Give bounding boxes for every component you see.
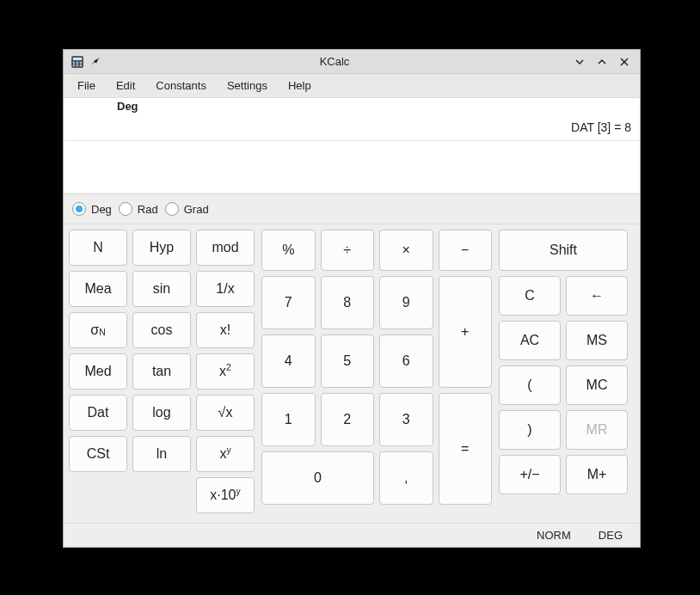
radio-deg[interactable]: Deg (72, 202, 112, 216)
sigma-button[interactable]: σN (69, 312, 127, 348)
digit-8-button[interactable]: 8 (321, 276, 375, 329)
app-window: KCalc File Edit Constants Settings Help … (64, 50, 640, 547)
n-button[interactable]: N (69, 230, 127, 266)
memory-pad: Shift C ← AC MS ( MC ) MR +/− M+ (499, 230, 628, 518)
numeric-pad: % ÷ × − 7 8 9 + 4 5 6 1 2 3 = 0 , (261, 230, 492, 518)
reciprocal-button[interactable]: 1/x (196, 271, 255, 307)
close-button[interactable] (616, 53, 633, 71)
radio-grad[interactable]: Grad (165, 202, 209, 216)
keypad: N Hyp mod Mea sin 1/x σN cos x! Med tan … (64, 224, 640, 523)
ln-button[interactable]: ln (132, 436, 191, 472)
left-paren-button[interactable]: ( (499, 365, 561, 405)
display-result: DAT [3] = 8 (64, 115, 640, 141)
equals-button[interactable]: = (439, 393, 493, 505)
digit-0-button[interactable]: 0 (261, 451, 374, 505)
status-deg: DEG (599, 529, 623, 542)
svg-rect-1 (73, 58, 82, 60)
digit-3-button[interactable]: 3 (379, 393, 433, 446)
radio-rad-label: Rad (138, 203, 158, 216)
shift-button[interactable]: Shift (499, 230, 628, 271)
pin-icon[interactable] (89, 55, 103, 69)
memory-plus-button[interactable]: M+ (566, 455, 628, 494)
square-button[interactable]: x2 (196, 353, 255, 390)
cos-button[interactable]: cos (132, 312, 191, 348)
subtract-button[interactable]: − (439, 230, 493, 271)
sqrt-button[interactable]: √x (196, 395, 255, 431)
factorial-button[interactable]: x! (196, 312, 255, 348)
svg-rect-6 (77, 64, 78, 66)
power-button[interactable]: xy (196, 436, 255, 472)
display: Deg DAT [3] = 8 (64, 98, 640, 193)
all-clear-button[interactable]: AC (499, 321, 561, 360)
angle-mode-row: Deg Rad Grad (64, 193, 640, 224)
negate-button[interactable]: +/− (499, 455, 561, 494)
cst-button[interactable]: CSt (69, 436, 127, 472)
decimal-button[interactable]: , (379, 451, 433, 505)
hyp-button[interactable]: Hyp (132, 230, 191, 266)
backspace-button[interactable]: ← (566, 276, 628, 316)
menu-constants[interactable]: Constants (147, 76, 215, 95)
memory-clear-button[interactable]: MC (566, 365, 628, 405)
log-button[interactable]: log (132, 395, 191, 431)
digit-9-button[interactable]: 9 (379, 276, 433, 329)
menu-settings[interactable]: Settings (218, 76, 276, 95)
right-paren-button[interactable]: ) (499, 410, 561, 450)
menu-edit[interactable]: Edit (107, 76, 144, 95)
window-title: KCalc (103, 55, 566, 68)
scientific-pad: N Hyp mod Mea sin 1/x σN cos x! Med tan … (69, 230, 255, 518)
minimize-button[interactable] (571, 53, 588, 71)
sin-button[interactable]: sin (132, 271, 191, 307)
svg-rect-5 (73, 64, 75, 66)
radio-rad[interactable]: Rad (119, 202, 158, 216)
multiply-button[interactable]: × (379, 230, 433, 271)
add-button[interactable]: + (439, 276, 493, 388)
clear-button[interactable]: C (499, 276, 561, 316)
mean-button[interactable]: Mea (69, 271, 127, 307)
display-input-area[interactable] (64, 141, 640, 193)
app-icon (71, 55, 84, 69)
titlebar: KCalc (64, 50, 640, 74)
mod-button[interactable]: mod (196, 230, 255, 266)
dat-button[interactable]: Dat (69, 395, 127, 431)
status-norm: NORM (537, 529, 571, 542)
svg-rect-3 (77, 62, 78, 64)
menu-help[interactable]: Help (279, 76, 320, 95)
radio-deg-label: Deg (91, 203, 112, 216)
digit-1-button[interactable]: 1 (261, 393, 316, 446)
digit-4-button[interactable]: 4 (261, 334, 316, 388)
statusbar: NORM DEG (64, 523, 640, 547)
svg-rect-4 (80, 62, 82, 64)
menu-file[interactable]: File (69, 76, 104, 95)
percent-button[interactable]: % (261, 230, 316, 271)
median-button[interactable]: Med (69, 353, 127, 390)
exp-button[interactable]: x·10y (196, 477, 255, 513)
digit-5-button[interactable]: 5 (321, 334, 375, 388)
svg-rect-7 (80, 64, 82, 66)
svg-rect-2 (73, 62, 75, 64)
tan-button[interactable]: tan (132, 353, 191, 390)
maximize-button[interactable] (593, 53, 611, 71)
memory-store-button[interactable]: MS (566, 321, 628, 360)
display-mode-line: Deg (64, 98, 640, 115)
digit-7-button[interactable]: 7 (261, 276, 316, 329)
radio-grad-label: Grad (184, 203, 209, 216)
memory-recall-button[interactable]: MR (566, 410, 628, 450)
digit-6-button[interactable]: 6 (379, 334, 433, 388)
menubar: File Edit Constants Settings Help (64, 74, 640, 98)
digit-2-button[interactable]: 2 (321, 393, 375, 446)
divide-button[interactable]: ÷ (321, 230, 375, 271)
